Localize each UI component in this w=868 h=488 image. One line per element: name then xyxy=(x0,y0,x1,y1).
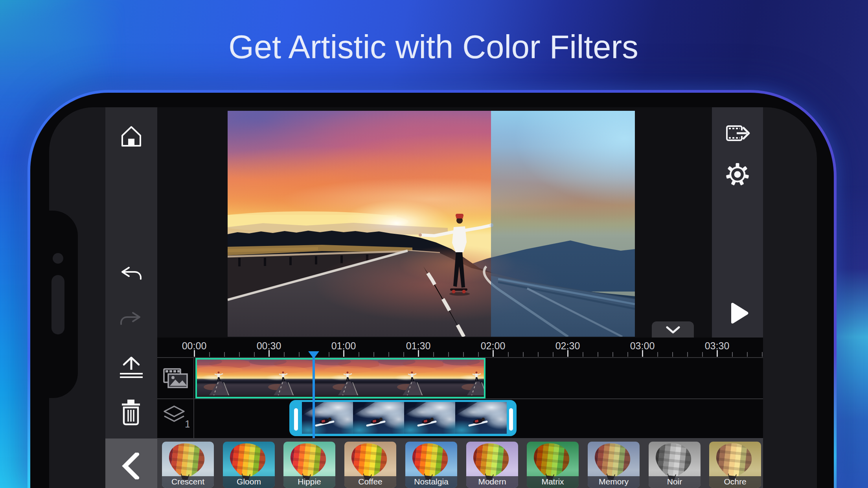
svg-text:1: 1 xyxy=(185,418,189,430)
